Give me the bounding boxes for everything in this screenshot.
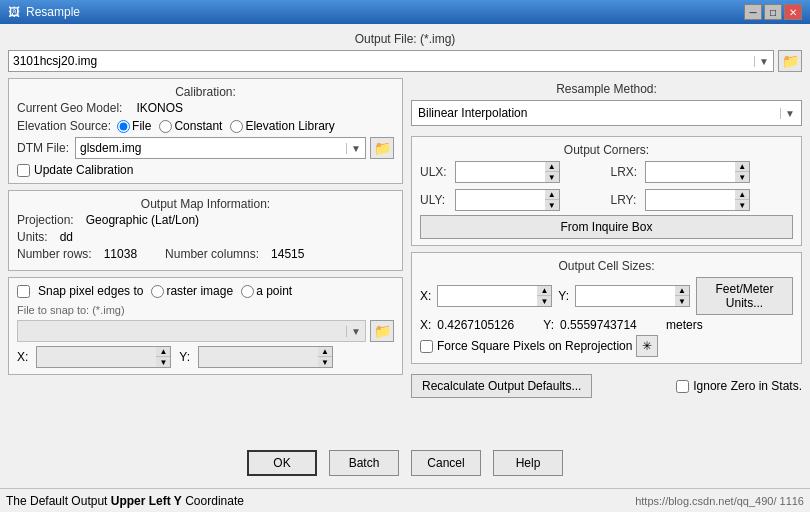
lry-input[interactable]: 39.842459 xyxy=(645,189,735,211)
num-rows-label: Number rows: xyxy=(17,247,92,261)
units-label: Units: xyxy=(17,230,48,244)
minimize-button[interactable]: ─ xyxy=(744,4,762,20)
status-text: The Default Output Upper Left Y Coordina… xyxy=(6,494,244,508)
num-cols-label: Number columns: xyxy=(165,247,259,261)
ignore-zero-label: Ignore Zero in Stats. xyxy=(693,379,802,393)
projection-label: Projection: xyxy=(17,213,74,227)
ulx-input[interactable]: 116.688707 xyxy=(455,161,545,183)
y2-label: Y: xyxy=(543,318,554,332)
output-map-label: Output Map Information: xyxy=(17,197,394,211)
close-button[interactable]: ✕ xyxy=(784,4,802,20)
output-file-value: 3101hcsj20.img xyxy=(13,54,750,68)
x2-label: X: xyxy=(420,318,431,332)
snap-label: Snap pixel edges to xyxy=(38,284,143,298)
lry-up[interactable]: ▲ xyxy=(735,190,749,200)
snap-y-label: Y: xyxy=(179,350,190,364)
output-corners-section: Output Corners: ULX: 116.688707 ▲ ▼ LRX:… xyxy=(411,136,802,246)
ulx-label: ULX: xyxy=(420,165,447,179)
y1-input[interactable]: 0.0000050000 xyxy=(575,285,675,307)
snap-file-label: File to snap to: (*.img) xyxy=(17,304,125,316)
star-button[interactable]: ✳ xyxy=(636,335,658,357)
ulx-down[interactable]: ▼ xyxy=(545,172,559,182)
ok-button[interactable]: OK xyxy=(247,450,317,476)
uly-input[interactable]: 39.897645 xyxy=(455,189,545,211)
geo-model-label: Current Geo Model: xyxy=(17,101,122,115)
radio-constant[interactable]: Constant xyxy=(159,119,222,133)
snap-x-input[interactable]: 0.0000000000 xyxy=(36,346,156,368)
title-text: Resample xyxy=(26,5,80,19)
dialog-body: Output File: (*.img) 3101hcsj20.img ▼ 📁 … xyxy=(0,24,810,488)
snap-file-folder-button[interactable]: 📁 xyxy=(370,320,394,342)
maximize-button[interactable]: □ xyxy=(764,4,782,20)
force-square-label: Force Square Pixels on Reprojection xyxy=(437,339,632,353)
dtm-label: DTM File: xyxy=(17,141,69,155)
lrx-label: LRX: xyxy=(611,165,638,179)
snap-section: Snap pixel edges to raster image a point… xyxy=(8,277,403,375)
dtm-value: glsdem.img xyxy=(80,141,342,155)
feet-meter-button[interactable]: Feet/Meter Units... xyxy=(696,277,793,315)
force-square-checkbox[interactable] xyxy=(420,340,433,353)
update-calibration-label: Update Calibration xyxy=(34,163,133,177)
resample-method-arrow[interactable]: ▼ xyxy=(780,108,795,119)
uly-down[interactable]: ▼ xyxy=(545,200,559,210)
y2-value: 0.5559743714 xyxy=(560,318,660,332)
snap-y-down[interactable]: ▼ xyxy=(318,357,332,367)
lrx-up[interactable]: ▲ xyxy=(735,162,749,172)
snap-point-label[interactable]: a point xyxy=(241,284,292,298)
lrx-input[interactable]: 116.761276 xyxy=(645,161,735,183)
radio-file[interactable]: File xyxy=(117,119,151,133)
geo-model-value: IKONOS xyxy=(136,101,183,115)
resample-method-section: Resample Method: Bilinear Interpolation … xyxy=(411,78,802,130)
snap-x-label: X: xyxy=(17,350,28,364)
snap-raster-label[interactable]: raster image xyxy=(151,284,233,298)
cell-sizes-label: Output Cell Sizes: xyxy=(420,259,793,273)
y1-down[interactable]: ▼ xyxy=(675,296,689,306)
resample-method-value: Bilinear Interpolation xyxy=(418,106,776,120)
y1-label: Y: xyxy=(558,289,569,303)
y1-up[interactable]: ▲ xyxy=(675,286,689,296)
snap-y-input[interactable]: 0.0000000000 xyxy=(198,346,318,368)
lry-label: LRY: xyxy=(611,193,638,207)
x1-input[interactable]: 0.0000050000 xyxy=(437,285,537,307)
lry-down[interactable]: ▼ xyxy=(735,200,749,210)
output-file-arrow[interactable]: ▼ xyxy=(754,56,769,67)
x1-up[interactable]: ▲ xyxy=(537,286,551,296)
cancel-button[interactable]: Cancel xyxy=(411,450,481,476)
num-cols-value: 14515 xyxy=(271,247,304,261)
output-corners-label: Output Corners: xyxy=(420,143,793,157)
status-bar: The Default Output Upper Left Y Coordina… xyxy=(0,488,810,512)
snap-checkbox[interactable] xyxy=(17,285,30,298)
uly-label: ULY: xyxy=(420,193,447,207)
calibration-label: Calibration: xyxy=(17,85,394,99)
recalculate-button[interactable]: Recalculate Output Defaults... xyxy=(411,374,592,398)
batch-button[interactable]: Batch xyxy=(329,450,399,476)
help-button[interactable]: Help xyxy=(493,450,563,476)
snap-file-arrow[interactable]: ▼ xyxy=(346,326,361,337)
x1-down[interactable]: ▼ xyxy=(537,296,551,306)
meters-label: meters xyxy=(666,318,703,332)
snap-x-up[interactable]: ▲ xyxy=(156,347,170,357)
output-file-label: Output File: (*.img) xyxy=(8,32,802,46)
elevation-label: Elevation Source: xyxy=(17,119,111,133)
output-file-folder-button[interactable]: 📁 xyxy=(778,50,802,72)
app-icon: 🖼 xyxy=(8,5,20,19)
dtm-arrow[interactable]: ▼ xyxy=(346,143,361,154)
snap-y-up[interactable]: ▲ xyxy=(318,347,332,357)
status-right-text: https://blog.csdn.net/qq_490/ 1116 xyxy=(635,495,804,507)
dtm-folder-button[interactable]: 📁 xyxy=(370,137,394,159)
bottom-buttons: OK Batch Cancel Help xyxy=(8,444,802,480)
snap-x-down[interactable]: ▼ xyxy=(156,357,170,367)
ulx-up[interactable]: ▲ xyxy=(545,162,559,172)
projection-value: Geographic (Lat/Lon) xyxy=(86,213,199,227)
num-rows-value: 11038 xyxy=(104,247,137,261)
x1-label: X: xyxy=(420,289,431,303)
lrx-down[interactable]: ▼ xyxy=(735,172,749,182)
update-calibration-checkbox[interactable] xyxy=(17,164,30,177)
from-inquire-button[interactable]: From Inquire Box xyxy=(420,215,793,239)
calibration-section: Calibration: Current Geo Model: IKONOS E… xyxy=(8,78,403,184)
ignore-zero-checkbox[interactable] xyxy=(676,380,689,393)
uly-up[interactable]: ▲ xyxy=(545,190,559,200)
radio-elevation-library[interactable]: Elevation Library xyxy=(230,119,334,133)
cell-sizes-section: Output Cell Sizes: X: 0.0000050000 ▲ ▼ Y… xyxy=(411,252,802,364)
output-map-section: Output Map Information: Projection: Geog… xyxy=(8,190,403,271)
